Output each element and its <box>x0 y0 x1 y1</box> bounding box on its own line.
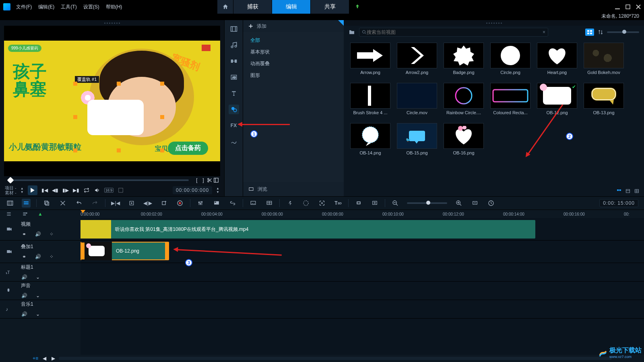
preview-mode-label[interactable]: 项目 -素材 - <box>5 185 17 195</box>
menu-settings[interactable]: 设置(S) <box>83 4 99 10</box>
link-icon[interactable]: ⚭ <box>21 253 27 260</box>
thumb-chev[interactable]: Arrow2.png <box>396 43 438 80</box>
thumb-ob12[interactable]: ✔OB-12.png <box>536 83 578 121</box>
mask-icon[interactable] <box>354 199 363 208</box>
panel-handle[interactable] <box>0 20 224 26</box>
tab-share[interactable]: 共享 <box>311 0 349 14</box>
detail-view-icon[interactable] <box>634 188 640 194</box>
mute-icon[interactable]: 🔊 <box>35 253 41 260</box>
thumb-bokeh[interactable]: Gold Bokeh.mov <box>583 43 625 80</box>
chevron-down-icon[interactable]: ⌄ <box>35 274 41 280</box>
mute-icon[interactable]: 🔊 <box>35 231 41 237</box>
minimize-icon[interactable] <box>615 4 620 9</box>
trim-icon[interactable]: ▶|◀ <box>111 199 120 208</box>
thumb-circle[interactable]: Circle.png <box>489 43 531 80</box>
sort-icon[interactable] <box>597 29 604 35</box>
zoom-out-icon[interactable] <box>391 199 400 208</box>
copy-attrs-icon[interactable] <box>42 199 51 208</box>
zoom-slider[interactable] <box>407 202 447 204</box>
search-input[interactable]: × <box>359 28 548 37</box>
redo-icon[interactable] <box>91 199 99 208</box>
menu-edit[interactable]: 编辑(E) <box>38 4 54 10</box>
storyboard-view-icon[interactable] <box>6 199 14 208</box>
video-clip[interactable]: 听说你喜欢我 第01集_高清1080P在线观看平台_腾讯视频.mp4 <box>80 220 535 239</box>
close-icon[interactable] <box>636 4 641 9</box>
list-view-icon[interactable] <box>625 188 631 194</box>
hscroll-left-icon[interactable]: ◀ <box>41 355 47 362</box>
goto-start-icon[interactable]: ▮◀ <box>41 187 48 193</box>
link-icon[interactable] <box>228 199 237 208</box>
audio-mixer-icon[interactable] <box>196 199 205 208</box>
thumb-circ2[interactable]: Circle.mov <box>396 83 438 121</box>
add-track-icon[interactable]: +≡ <box>32 355 39 362</box>
thumb-size-slider[interactable] <box>607 31 639 33</box>
fx-sparkle-icon[interactable]: ⁘ <box>48 253 55 260</box>
fit-project-icon[interactable] <box>471 199 479 208</box>
mute-icon[interactable]: 🔊 <box>21 311 27 317</box>
grid-view-icon[interactable] <box>585 29 594 36</box>
chapter-icon[interactable] <box>212 199 221 208</box>
crop-icon[interactable] <box>127 199 136 208</box>
fx-sparkle-icon[interactable]: ⁘ <box>48 231 55 237</box>
track-head-overlay[interactable]: 叠加1 ⚭🔊⁘ <box>0 241 80 263</box>
overlays-tab-icon[interactable] <box>229 105 239 114</box>
goto-end-icon[interactable]: ▶▮ <box>73 187 79 193</box>
playhead[interactable] <box>80 210 85 213</box>
timeline-hscrollbar[interactable] <box>59 357 612 360</box>
thumb-crect[interactable]: Coloured Recta... <box>489 83 531 121</box>
record-icon[interactable] <box>175 199 184 208</box>
track-area[interactable]: 听说你喜欢我 第01集_高清1080P在线观看平台_腾讯视频.mp4 OB-12… <box>80 218 644 355</box>
preview-canvas[interactable]: 999小儿感冒药 宽骚剂 孩子鼻塞 小儿氨酚黄那敏颗粒 宝贝开学不慌张 点击备药… <box>4 26 220 176</box>
aspect-ratio[interactable]: 16:9 <box>104 188 114 193</box>
cat-basic[interactable]: 基本形状 <box>243 46 344 58</box>
stretch-icon[interactable]: ◀|▶ <box>143 199 152 208</box>
chevron-down-icon[interactable]: ⌄ <box>35 292 41 299</box>
text-tab-icon[interactable] <box>229 88 239 98</box>
track-menu-icon[interactable] <box>6 211 12 217</box>
timeline-ruler[interactable]: ▲ 0:00:00:0000:00:02:0000:00:04:0000:00:… <box>0 210 644 218</box>
track-head-video[interactable]: 视频 ⚭🔊⁘ <box>0 218 80 241</box>
chevron-down-icon[interactable]: ⌄ <box>35 311 41 317</box>
panel-handle[interactable] <box>344 20 644 26</box>
folder-icon[interactable] <box>349 29 355 35</box>
timeline-view-icon[interactable] <box>22 199 31 208</box>
mute-icon[interactable]: 🔊 <box>21 292 27 299</box>
titles-tab-icon[interactable]: AB <box>229 72 239 82</box>
stabilize-icon[interactable] <box>318 199 326 208</box>
tc-arrows[interactable]: ▲▼ <box>216 187 219 194</box>
play-button[interactable] <box>28 185 37 195</box>
track-head-title[interactable]: ₁T 标题1 🔊⌄ <box>0 263 80 282</box>
thumb-rcircle[interactable]: Rainbow Circle.... <box>443 83 485 121</box>
split-icon[interactable] <box>206 177 213 183</box>
hscroll-right-icon[interactable]: ▶ <box>50 355 56 362</box>
step-back-icon[interactable]: ◀▮ <box>52 187 58 193</box>
zoom-in-icon[interactable] <box>454 199 463 208</box>
transitions-tab-icon[interactable] <box>229 56 239 66</box>
thumb-ob14[interactable]: OB-14.png <box>349 123 391 161</box>
mark-in-icon[interactable]: [ <box>194 177 200 183</box>
subtitle-icon[interactable] <box>249 199 258 208</box>
media-tab-icon[interactable] <box>229 24 239 34</box>
menu-help[interactable]: 帮助(H) <box>106 4 122 10</box>
cat-graphic[interactable]: 图形 <box>243 70 344 81</box>
thumb-ob15[interactable]: 🐦OB-15.png <box>396 123 438 161</box>
collapse-tree-icon[interactable] <box>616 188 622 194</box>
browse-button[interactable]: 浏览 <box>243 182 344 196</box>
thumb-ob13[interactable]: OB-13.png <box>583 83 625 121</box>
overlay-selection[interactable] <box>74 83 163 151</box>
project-duration[interactable]: 0:00: 15:000 <box>599 199 638 207</box>
rotate-icon[interactable] <box>159 199 168 208</box>
track-add-icon[interactable] <box>22 211 28 217</box>
resize-preview-icon[interactable] <box>118 187 124 193</box>
thumb-arrow[interactable]: Arrow.png <box>349 43 391 80</box>
menu-file[interactable]: 文件(F) <box>16 4 32 10</box>
menu-tools[interactable]: 工具(T) <box>61 4 76 10</box>
overlay-clip[interactable]: OB-12.png <box>80 242 169 260</box>
multiview-icon[interactable] <box>265 199 274 208</box>
step-fwd-icon[interactable]: ▮▶ <box>62 187 69 193</box>
paths-tab-icon[interactable] <box>229 137 239 146</box>
thumb-badge[interactable]: Badge.png <box>443 43 485 80</box>
chroma-icon[interactable] <box>370 199 379 208</box>
maximize-icon[interactable] <box>625 4 630 9</box>
clear-search-icon[interactable]: × <box>543 29 545 35</box>
